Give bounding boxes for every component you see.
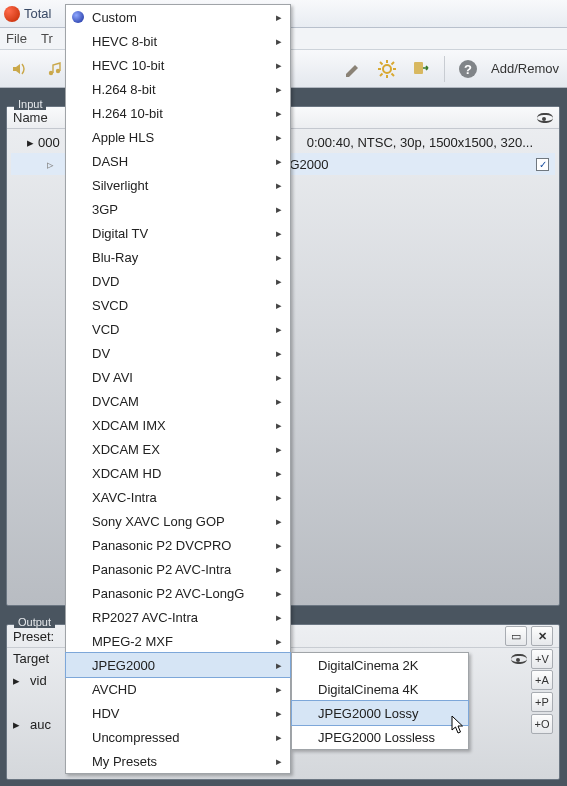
menu-item-digital-tv[interactable]: Digital TV	[66, 221, 290, 245]
menu-item-xdcam-imx[interactable]: XDCAM IMX	[66, 413, 290, 437]
audio-label: auc	[30, 717, 51, 732]
name-column-header[interactable]: Name	[13, 110, 48, 125]
submenu-item-digitalcinema-4k[interactable]: DigitalCinema 4K	[292, 677, 468, 701]
menu-item-uncompressed[interactable]: Uncompressed	[66, 725, 290, 749]
svg-line-10	[392, 62, 395, 65]
preset-submenu[interactable]: DigitalCinema 2KDigitalCinema 4KJPEG2000…	[291, 652, 469, 750]
menu-item-3gp[interactable]: 3GP	[66, 197, 290, 221]
checkbox[interactable]: ✓	[536, 158, 549, 171]
menu-item-dv-avi[interactable]: DV AVI	[66, 365, 290, 389]
tool-help-icon[interactable]: ?	[457, 58, 479, 80]
eye-icon[interactable]	[537, 113, 553, 123]
separator	[444, 56, 445, 82]
menu-item-xdcam-hd[interactable]: XDCAM HD	[66, 461, 290, 485]
menu-item-dvcam[interactable]: DVCAM	[66, 389, 290, 413]
row-detail: 0:00:40, NTSC, 30p, 1500x1500, 320...	[307, 135, 533, 150]
menu-item-hdv[interactable]: HDV	[66, 701, 290, 725]
menu-item-sony-xavc-long-gop[interactable]: Sony XAVC Long GOP	[66, 509, 290, 533]
app-icon	[4, 6, 20, 22]
svg-line-7	[380, 62, 383, 65]
menu-item-panasonic-p2-avc-longg[interactable]: Panasonic P2 AVC-LongG	[66, 581, 290, 605]
menu-item-vcd[interactable]: VCD	[66, 317, 290, 341]
menu-item-xavc-intra[interactable]: XAVC-Intra	[66, 485, 290, 509]
menu-item-h-264-8-bit[interactable]: H.264 8-bit	[66, 77, 290, 101]
menu-item-dv[interactable]: DV	[66, 341, 290, 365]
menu-item-apple-hls[interactable]: Apple HLS	[66, 125, 290, 149]
svg-point-2	[383, 65, 391, 73]
add-a-button[interactable]: +A	[531, 670, 553, 690]
menu-file[interactable]: File	[6, 31, 27, 46]
menu-item-xdcam-ex[interactable]: XDCAM EX	[66, 437, 290, 461]
input-section-label: Input	[14, 98, 46, 110]
menu-item-dash[interactable]: DASH	[66, 149, 290, 173]
tool-add-remove[interactable]: Add/Remov	[491, 61, 559, 76]
svg-line-9	[380, 73, 383, 76]
svg-line-8	[392, 73, 395, 76]
preset-close-button[interactable]: ✕	[531, 626, 553, 646]
preset-label: Preset:	[13, 629, 54, 644]
output-section-label: Output	[14, 616, 55, 628]
menu-item-h-264-10-bit[interactable]: H.264 10-bit	[66, 101, 290, 125]
submenu-item-digitalcinema-2k[interactable]: DigitalCinema 2K	[292, 653, 468, 677]
menu-item-hevc-8-bit[interactable]: HEVC 8-bit	[66, 29, 290, 53]
tool-settings-icon[interactable]	[376, 58, 398, 80]
add-p-button[interactable]: +P	[531, 692, 553, 712]
menu-item-hevc-10-bit[interactable]: HEVC 10-bit	[66, 53, 290, 77]
menu-item-avchd[interactable]: AVCHD	[66, 677, 290, 701]
target-label: Target	[13, 651, 49, 666]
menu-item-blu-ray[interactable]: Blu-Ray	[66, 245, 290, 269]
menu-item-panasonic-p2-dvcpro[interactable]: Panasonic P2 DVCPRO	[66, 533, 290, 557]
menu-item-silverlight[interactable]: Silverlight	[66, 173, 290, 197]
tool-export-icon[interactable]	[410, 58, 432, 80]
app-title: Total	[24, 6, 51, 21]
svg-text:?: ?	[464, 62, 472, 77]
preset-picker-icon[interactable]: ▭	[505, 626, 527, 646]
menu-item-mpeg-2-mxf[interactable]: MPEG-2 MXF	[66, 629, 290, 653]
menu-item-custom[interactable]: Custom	[66, 5, 290, 29]
tool-notes-icon[interactable]	[44, 58, 66, 80]
menu-item-panasonic-p2-avc-intra[interactable]: Panasonic P2 AVC-Intra	[66, 557, 290, 581]
svg-rect-11	[414, 62, 423, 74]
preset-menu[interactable]: CustomHEVC 8-bitHEVC 10-bitH.264 8-bitH.…	[65, 4, 291, 774]
menu-item-dvd[interactable]: DVD	[66, 269, 290, 293]
add-o-button[interactable]: +O	[531, 714, 553, 734]
submenu-item-jpeg2000-lossy[interactable]: JPEG2000 Lossy	[292, 701, 468, 725]
menu-item-rp2027-avc-intra[interactable]: RP2027 AVC-Intra	[66, 605, 290, 629]
video-label: vid	[30, 673, 47, 688]
menu-item-jpeg2000[interactable]: JPEG2000	[66, 653, 290, 677]
add-v-button[interactable]: +V	[531, 649, 553, 669]
tool-edit-icon[interactable]	[342, 58, 364, 80]
submenu-item-jpeg2000-lossless[interactable]: JPEG2000 Lossless	[292, 725, 468, 749]
menu-item-svcd[interactable]: SVCD	[66, 293, 290, 317]
tool-audio-icon[interactable]	[8, 58, 30, 80]
menu-tr[interactable]: Tr	[41, 31, 53, 46]
row-id: 000	[38, 135, 60, 150]
eye-icon[interactable]	[511, 654, 527, 664]
menu-item-my-presets[interactable]: My Presets	[66, 749, 290, 773]
